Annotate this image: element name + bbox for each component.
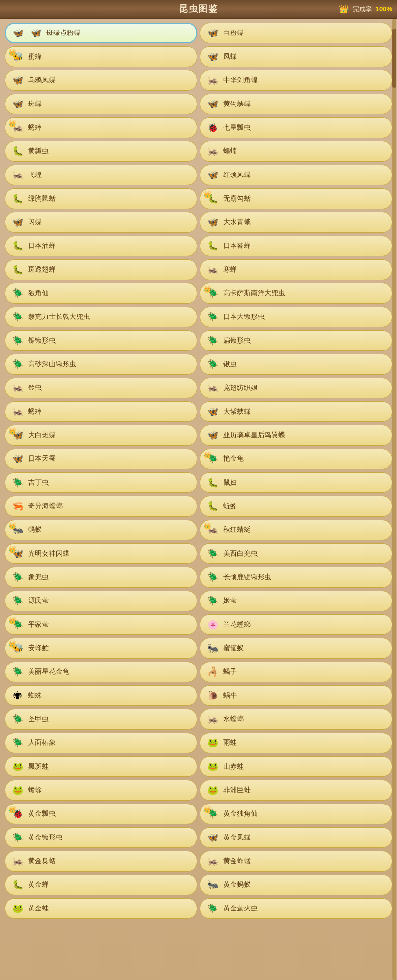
list-item[interactable]: 👑🦋大白斑蝶 (5, 425, 197, 446)
list-item[interactable]: 🐛黄瓢虫 (5, 141, 197, 162)
list-item[interactable]: 🕷蜘蛛 (5, 685, 197, 706)
list-item[interactable]: 🦗中华剑角蝗 (200, 70, 392, 91)
list-item[interactable]: 🪲日本大锹形虫 (200, 307, 392, 327)
list-item[interactable]: 🐸山赤蛙 (200, 756, 392, 777)
list-item[interactable]: 🐛黄金蝉 (5, 875, 197, 895)
list-item[interactable]: 🐛日本暮蝉 (200, 236, 392, 256)
insect-icon: 🐛 (10, 239, 25, 253)
insect-name: 象兜虫 (28, 573, 49, 582)
list-item[interactable]: 🪲黄金萤火虫 (200, 898, 392, 919)
list-item[interactable]: 🦋红颈凤蝶 (200, 165, 392, 185)
list-item[interactable]: 🦋乌鸦凤蝶 (5, 70, 197, 91)
list-item[interactable]: 🐸蟾蜍 (5, 780, 197, 801)
list-item[interactable]: 🪲锹虫 (200, 354, 392, 375)
insect-name: 艳金龟 (223, 455, 244, 463)
list-item[interactable]: 🦋闪蝶 (5, 212, 197, 233)
insect-icon: 🪲 (205, 901, 220, 916)
list-item[interactable]: 🐞七星瓢虫 (200, 117, 392, 138)
insect-name: 黄金蚱蜢 (223, 857, 251, 866)
list-item[interactable]: 🪲高砂深山锹形虫 (5, 354, 197, 375)
list-item[interactable]: 🪲象兜虫 (5, 567, 197, 588)
list-item[interactable]: 🦋🦋斑绿点粉蝶 (5, 23, 197, 43)
list-item[interactable]: 🦋黄金凤蝶 (200, 827, 392, 848)
list-item[interactable]: 👑🪲黄金独角仙 (200, 804, 392, 824)
list-item[interactable]: 🦋日本天蚕 (5, 449, 197, 469)
list-item[interactable]: 🦗寒蝉 (200, 259, 392, 280)
list-item[interactable]: 👑🐝安蜂虻 (5, 638, 197, 659)
insect-name: 飞蝗 (28, 171, 42, 179)
insect-icon: 🐞 (205, 120, 220, 135)
list-item[interactable]: 👑🦗秋红蜻蜓 (200, 520, 392, 540)
list-item[interactable]: 🐜黄金蚂蚁 (200, 875, 392, 895)
list-item[interactable]: 🪲扁锹形虫 (200, 330, 392, 351)
list-item[interactable]: 🪲锯锹形虫 (5, 330, 197, 351)
list-item[interactable]: 🦋白粉蝶 (200, 23, 392, 43)
list-item[interactable]: 🪲吉丁虫 (5, 472, 197, 493)
list-item[interactable]: 🐛斑透翅蝉 (5, 259, 197, 280)
list-item[interactable]: 🐌蜗牛 (200, 685, 392, 706)
list-item[interactable]: 👑🐝蜜蜂 (5, 46, 197, 67)
list-item[interactable]: 👑🐞黄金瓢虫 (5, 804, 197, 824)
list-item[interactable]: 👑🦗蟋蟀 (5, 117, 197, 138)
list-item[interactable]: 🦗水螳螂 (200, 709, 392, 730)
scrollbar[interactable] (392, 19, 396, 980)
list-item[interactable]: 🦗黄金臭蛞 (5, 851, 197, 872)
insect-name: 黄钩蛱蝶 (223, 100, 251, 108)
list-item[interactable]: 🪲赫克力士长戟大兜虫 (5, 307, 197, 327)
list-item[interactable]: 🪲美西白兜虫 (200, 543, 392, 564)
insect-name: 黄金锹形虫 (28, 833, 63, 842)
list-item[interactable]: 👑🪲艳金龟 (200, 449, 392, 469)
list-item[interactable]: 🦋大紫蛱蝶 (200, 401, 392, 422)
list-item[interactable]: 👑🦋光明女神闪蝶 (5, 543, 197, 564)
insect-icon: 🪲 (10, 286, 25, 301)
insect-name: 黄金独角仙 (223, 809, 258, 818)
list-item[interactable]: 🐛绿胸鼠蛞 (5, 188, 197, 209)
list-item[interactable]: 🐸非洲巨蛙 (200, 780, 392, 801)
list-item[interactable]: 🐸黑斑蛙 (5, 756, 197, 777)
list-item[interactable]: 🐸黄金蛙 (5, 898, 197, 919)
list-item[interactable]: 🦗黄金蚱蜢 (200, 851, 392, 872)
insect-name: 黄瓢虫 (28, 147, 49, 156)
list-item[interactable]: 🌸兰花螳螂 (200, 614, 392, 635)
list-item[interactable]: 🦐奇异海螳螂 (5, 496, 197, 517)
list-item[interactable]: 🪲长颈鹿锯锹形虫 (200, 567, 392, 588)
list-item[interactable]: 👑🐜蚂蚁 (5, 520, 197, 540)
insect-name: 美西白兜虫 (223, 549, 258, 558)
list-item[interactable]: 🐛日本油蝉 (5, 236, 197, 256)
list-item[interactable]: 🦋斑蝶 (5, 94, 197, 114)
insect-icon: 🕷 (10, 688, 25, 703)
list-item[interactable]: 🪲圣甲虫 (5, 709, 197, 730)
list-item[interactable]: 🪲黄金锹形虫 (5, 827, 197, 848)
list-item[interactable]: 👑🐛无霸勾蛞 (200, 188, 392, 209)
list-item[interactable]: 🪲源氏萤 (5, 591, 197, 611)
list-item[interactable]: 🪲人面椿象 (5, 733, 197, 753)
insect-name: 水螳螂 (223, 715, 244, 724)
list-item[interactable]: 🦗铃虫 (5, 378, 197, 398)
list-item[interactable]: 🦋黄钩蛱蝶 (200, 94, 392, 114)
list-item[interactable]: 🦋大水青蛾 (200, 212, 392, 233)
list-item[interactable]: 🦗飞蝗 (5, 165, 197, 185)
list-item[interactable]: 🪲姬萤 (200, 591, 392, 611)
scrollbar-thumb[interactable] (392, 29, 396, 88)
list-item[interactable]: 👑🪲平家萤 (5, 614, 197, 635)
list-item[interactable]: 👑🪲高卡萨斯南洋大兜虫 (200, 283, 392, 304)
list-item[interactable]: 🐸雨蛙 (200, 733, 392, 753)
list-item[interactable]: 🪲独角仙 (5, 283, 197, 304)
list-item[interactable]: 🦗宽翅纺织娘 (200, 378, 392, 398)
list-item[interactable]: 🪲美丽星花金龟 (5, 662, 197, 682)
list-item[interactable]: 🦋亚历璃卓皇后鸟翼蝶 (200, 425, 392, 446)
insect-icon: 🦋 (205, 168, 220, 182)
insect-icon: 🪲 (10, 333, 25, 348)
list-item[interactable]: 🦗蟋蟀 (5, 401, 197, 422)
insect-icon: 🐛 (205, 475, 220, 490)
list-item[interactable]: 🦂蝎子 (200, 662, 392, 682)
list-item[interactable]: 🐛蚯蚓 (200, 496, 392, 517)
list-item[interactable]: 🦋凤蝶 (200, 46, 392, 67)
insect-name: 黄金凤蝶 (223, 833, 251, 842)
list-item[interactable]: 🐜蜜罐蚁 (200, 638, 392, 659)
insect-name: 雨蛙 (223, 738, 237, 747)
list-item[interactable]: 🦗蝗蝻 (200, 141, 392, 162)
list-item[interactable]: 🐛鼠妇 (200, 472, 392, 493)
insect-icon: 🪲 (10, 570, 25, 585)
insect-icon: 🐛 (10, 877, 25, 892)
